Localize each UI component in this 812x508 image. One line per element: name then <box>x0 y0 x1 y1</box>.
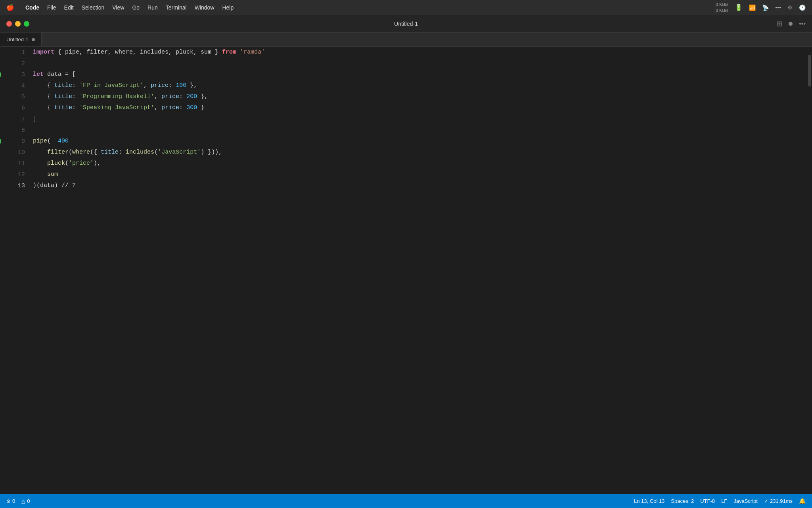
code-line-1: import { pipe, filter, where, includes, … <box>33 47 806 58</box>
warning-count[interactable]: △ 0 <box>21 498 30 504</box>
control-center-icon[interactable]: ⚙ <box>787 4 793 11</box>
error-icon: ⊗ <box>6 498 11 504</box>
airdrop-icon: 📡 <box>762 4 769 11</box>
code-line-4: { title: 'FP in JavaScript', price: 100 … <box>33 80 806 91</box>
line-number-6: 6 <box>8 102 30 114</box>
split-editor-icon[interactable]: ⊞ <box>776 19 782 28</box>
tab-untitled-1[interactable]: Untitled-1 <box>0 33 42 46</box>
cursor-position[interactable]: Ln 13, Col 13 <box>634 498 665 504</box>
menu-go[interactable]: Go <box>132 4 140 11</box>
wifi-icon: 📶 <box>749 4 756 11</box>
line-number-13: 13 <box>8 180 30 191</box>
time-machine-icon: 🕐 <box>799 4 806 11</box>
code-line-13: )(data) // ? <box>33 180 806 191</box>
line-number-2: 2 <box>8 58 30 69</box>
code-line-5: { title: 'Programming Haskell', price: 2… <box>33 91 806 102</box>
menu-edit[interactable]: Edit <box>64 4 74 11</box>
encoding[interactable]: UTF-8 <box>700 498 715 504</box>
battery-icon: 🔋 <box>735 4 743 11</box>
editor-area: 12345678910111213 import { pipe, filter,… <box>0 47 812 191</box>
window-title: Untitled-1 <box>394 21 418 27</box>
line-number-3: 3 <box>8 69 30 80</box>
code-line-11: pluck('price'), <box>33 158 806 169</box>
line-number-5: 5 <box>8 91 30 102</box>
warning-icon: △ <box>21 498 25 504</box>
code-line-8 <box>33 125 806 136</box>
warning-number: 0 <box>27 498 30 504</box>
line-number-11: 11 <box>8 158 30 169</box>
menubar-right-section: 0 KB/s 0 KB/s 🔋 📶 📡 ••• ⚙ 🕐 <box>716 2 806 13</box>
apple-menu[interactable]: 🍎 <box>6 4 14 11</box>
line-number-4: 4 <box>8 80 30 91</box>
breakpoint-3[interactable] <box>0 72 1 77</box>
menu-view[interactable]: View <box>112 4 124 11</box>
language-mode[interactable]: JavaScript <box>733 498 758 504</box>
code-line-7: ] <box>33 114 806 125</box>
code-line-2 <box>33 58 806 69</box>
statusbar-left: ⊗ 0 △ 0 <box>6 498 30 504</box>
line-numbers: 12345678910111213 <box>8 47 30 191</box>
code-line-9: pipe( 400 <box>33 136 806 147</box>
menu-terminal[interactable]: Terminal <box>166 4 187 11</box>
tab-bar: Untitled-1 <box>0 33 812 47</box>
status-dot <box>789 22 793 26</box>
line-number-1: 1 <box>8 47 30 58</box>
menu-file[interactable]: File <box>47 4 56 11</box>
menu-help[interactable]: Help <box>222 4 234 11</box>
code-line-6: { title: 'Speaking JavaScript', price: 3… <box>33 102 806 114</box>
code-line-12: sum <box>33 169 806 180</box>
network-stats: 0 KB/s 0 KB/s <box>716 2 728 13</box>
close-button[interactable] <box>6 21 12 27</box>
line-number-9: 9 <box>8 136 30 147</box>
menu-code[interactable]: Code <box>25 4 39 11</box>
line-number-12: 12 <box>8 169 30 180</box>
vertical-scrollbar[interactable] <box>806 47 812 191</box>
timing-value: 231.91ms <box>770 498 793 504</box>
timing: ✓ 231.91ms <box>764 498 793 504</box>
minimize-button[interactable] <box>15 21 21 27</box>
statusbar: ⊗ 0 △ 0 Ln 13, Col 13 Spaces: 2 UTF-8 LF… <box>0 494 812 508</box>
code-editor[interactable]: import { pipe, filter, where, includes, … <box>30 47 806 191</box>
window-controls <box>6 21 29 27</box>
more-icon: ••• <box>775 4 781 11</box>
line-number-7: 7 <box>8 114 30 125</box>
titlebar-actions: ⊞ ••• <box>776 19 806 28</box>
more-actions-icon[interactable]: ••• <box>799 20 806 27</box>
menu-run[interactable]: Run <box>147 4 158 11</box>
eol[interactable]: LF <box>721 498 727 504</box>
error-number: 0 <box>12 498 15 504</box>
tab-label: Untitled-1 <box>6 37 29 42</box>
maximize-button[interactable] <box>24 21 29 27</box>
tab-unsaved-indicator <box>32 38 35 41</box>
titlebar: Untitled-1 ⊞ ••• <box>0 15 812 33</box>
menubar: 🍎 Code File Edit Selection View Go Run T… <box>0 0 812 15</box>
check-icon: ✓ <box>764 498 768 504</box>
error-count[interactable]: ⊗ 0 <box>6 498 15 504</box>
code-line-3: let data = [ <box>33 69 806 80</box>
menu-selection[interactable]: Selection <box>82 4 105 11</box>
statusbar-right: Ln 13, Col 13 Spaces: 2 UTF-8 LF JavaScr… <box>634 498 806 504</box>
indentation[interactable]: Spaces: 2 <box>671 498 694 504</box>
breakpoint-9[interactable] <box>0 139 1 144</box>
notification-bell-icon[interactable]: 🔔 <box>799 498 806 504</box>
breakpoint-gutter <box>0 47 8 191</box>
line-number-10: 10 <box>8 147 30 158</box>
line-number-8: 8 <box>8 125 30 136</box>
menu-window[interactable]: Window <box>195 4 214 11</box>
scrollbar-thumb[interactable] <box>808 55 811 87</box>
code-line-10: filter(where({ title: includes('JavaScri… <box>33 147 806 158</box>
